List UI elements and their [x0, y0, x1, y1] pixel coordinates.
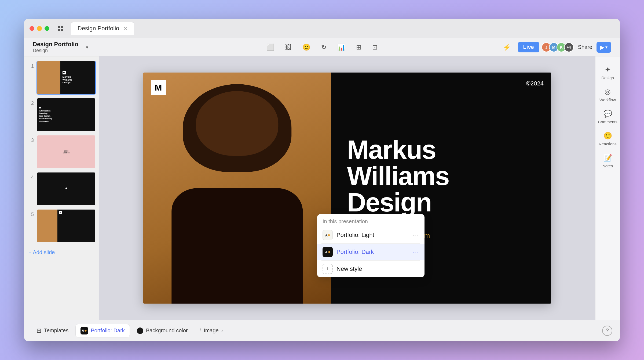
- insert-image-icon[interactable]: 🖼: [284, 42, 293, 53]
- slide-thumbnail-4[interactable]: [36, 172, 96, 206]
- minimize-button[interactable]: [37, 26, 42, 31]
- background-color-swatch: [137, 327, 143, 334]
- emoji-icon[interactable]: 🙂: [301, 42, 312, 53]
- slide-number-5: 5: [27, 212, 34, 217]
- chart-icon[interactable]: 📊: [336, 42, 347, 53]
- help-button[interactable]: ?: [602, 326, 612, 336]
- toolbar: Design Portfolio Design ▾ ⬜ 🖼 🙂 ↻ 📊 ⊞ ⊡ …: [24, 38, 620, 56]
- doc-subtitle: Design: [33, 48, 78, 53]
- workflow-icon: ◎: [605, 88, 611, 96]
- maximize-button[interactable]: [45, 26, 49, 31]
- svg-rect-0: [58, 26, 60, 28]
- svg-rect-2: [58, 29, 60, 31]
- design-label: Design: [601, 75, 614, 80]
- sidebar-item-workflow[interactable]: ◎ Workflow: [597, 85, 619, 105]
- refresh-icon[interactable]: ↻: [320, 42, 328, 53]
- external-icon[interactable]: ⊡: [371, 42, 379, 53]
- popup-item-dark[interactable]: A ⬟ Portfolio: Dark ⋯: [317, 244, 425, 260]
- toolbar-left: Design Portfolio Design ▾: [33, 41, 226, 53]
- slide-thumbnail-2[interactable]: Art Direction.Branding.Web Design.Fire B…: [36, 98, 96, 132]
- sidebar-item-notes[interactable]: 📝 Notes: [597, 151, 619, 171]
- reactions-label: Reactions: [599, 142, 617, 146]
- image-arrow-icon: ›: [221, 328, 223, 333]
- slide-main-text: Markus Williams Design: [347, 136, 535, 215]
- right-sidebar: ✦ Design ◎ Workflow 💬 Comments 🙂 Reactio…: [595, 56, 620, 320]
- slide-thumb-container-1: 1 M MarkusWilliamsDesign: [27, 61, 96, 95]
- svg-rect-1: [61, 26, 63, 28]
- live-button[interactable]: Live: [518, 42, 539, 52]
- slide-thumb-container-3: 3 CaseStudies: [27, 135, 96, 169]
- insert-frame-icon[interactable]: ⬜: [265, 42, 276, 53]
- popup-icon-dark: A ⬟: [323, 247, 333, 257]
- new-style-label: New style: [336, 265, 362, 272]
- svg-rect-3: [61, 29, 63, 31]
- avatar-count: +4: [564, 42, 574, 52]
- popup-more-light[interactable]: ⋯: [411, 232, 419, 239]
- slide-number-4: 4: [27, 175, 34, 180]
- active-tab[interactable]: Design Portfolio ✕: [71, 22, 134, 35]
- slide-title-line3: Design: [347, 189, 535, 215]
- portfolio-dark-button[interactable]: A ⬟ Portfolio: Dark: [75, 324, 130, 337]
- workflow-label: Workflow: [599, 98, 616, 102]
- share-button[interactable]: Share: [578, 44, 592, 50]
- slide-left-panel: M: [143, 73, 331, 304]
- background-color-label: Background color: [146, 327, 188, 334]
- popup-new-style[interactable]: + New style: [317, 261, 425, 277]
- slide-thumb-container-2: 2 Art Direction.Branding.Web Design.Fire…: [27, 98, 96, 132]
- design-icon: ✦: [605, 66, 611, 74]
- portfolio-dark-icon: A ⬟: [80, 327, 88, 334]
- popup-item-light[interactable]: A ⬟ Portfolio: Light ⋯: [317, 227, 425, 243]
- slide-panel: 1 M MarkusWilliamsDesign 2: [24, 56, 99, 320]
- slide-thumbnail-3[interactable]: CaseStudies: [36, 135, 96, 169]
- templates-label: Templates: [44, 327, 68, 334]
- collaborator-avatars: J M K +4: [544, 42, 574, 52]
- table-icon[interactable]: ⊞: [354, 42, 363, 53]
- main-window: Design Portfolio ✕ Design Portfolio Desi…: [24, 19, 620, 341]
- sidebar-item-design[interactable]: ✦ Design: [597, 63, 619, 83]
- background-color-button[interactable]: Background color: [132, 325, 193, 337]
- titlebar: Design Portfolio ✕: [24, 19, 620, 38]
- slide-copyright: ©2024: [526, 80, 544, 87]
- lightning-icon[interactable]: ⚡: [500, 42, 514, 53]
- close-button[interactable]: [30, 26, 34, 31]
- image-label: Image: [204, 327, 219, 334]
- slide-thumbnail-1[interactable]: M MarkusWilliamsDesign: [36, 61, 96, 95]
- sidebar-item-comments[interactable]: 💬 Comments: [597, 107, 619, 127]
- grid-icon[interactable]: [56, 24, 65, 33]
- style-popup: In this presentation A ⬟ Portfolio: Ligh…: [317, 214, 425, 277]
- templates-button[interactable]: ⊞ Templates: [32, 325, 73, 337]
- slide-number-1: 1: [27, 63, 34, 69]
- add-slide-button[interactable]: + Add slide: [27, 247, 96, 258]
- traffic-lights: [30, 26, 49, 31]
- person-photo: [143, 73, 331, 304]
- bottom-toolbar: ⊞ Templates A ⬟ Portfolio: Dark Backgrou…: [24, 320, 620, 341]
- doc-title[interactable]: Design Portfolio: [33, 41, 78, 48]
- add-slide-label: + Add slide: [28, 249, 55, 255]
- toolbar-center: ⬜ 🖼 🙂 ↻ 📊 ⊞ ⊡: [226, 42, 419, 53]
- popup-header: In this presentation: [317, 214, 425, 227]
- notes-label: Notes: [602, 164, 613, 168]
- image-button[interactable]: / Image ›: [195, 325, 228, 336]
- toolbar-right: ⚡ Live J M K +4 Share ▶ ▾: [418, 42, 611, 53]
- image-slash-icon: /: [200, 327, 201, 334]
- comments-label: Comments: [598, 120, 617, 124]
- slide-thumbnail-5[interactable]: M: [36, 209, 96, 243]
- popup-plus-icon: +: [323, 264, 333, 274]
- slide-number-3: 3: [27, 138, 34, 143]
- popup-label-dark: Portfolio: Dark: [336, 249, 407, 255]
- slide-title-line1: Markus: [347, 136, 535, 163]
- slide-number-2: 2: [27, 100, 34, 106]
- slide-logo-letter: M: [155, 83, 162, 93]
- title-dropdown-icon[interactable]: ▾: [86, 44, 88, 50]
- tab-close-button[interactable]: ✕: [123, 26, 127, 31]
- sidebar-item-reactions[interactable]: 🙂 Reactions: [597, 129, 619, 149]
- slide-thumb-container-5: 5 M: [27, 209, 96, 243]
- slide-title-line2: Williams: [347, 163, 535, 189]
- play-button[interactable]: ▶ ▾: [597, 42, 611, 53]
- tab-label: Design Portfolio: [78, 25, 119, 32]
- popup-icon-light: A ⬟: [323, 230, 333, 240]
- portfolio-dark-label: Portfolio: Dark: [91, 327, 125, 334]
- popup-more-dark[interactable]: ⋯: [411, 249, 419, 255]
- canvas-area: M ©2024 Markus Williams Design markuswil…: [99, 56, 595, 320]
- notes-icon: 📝: [603, 154, 612, 162]
